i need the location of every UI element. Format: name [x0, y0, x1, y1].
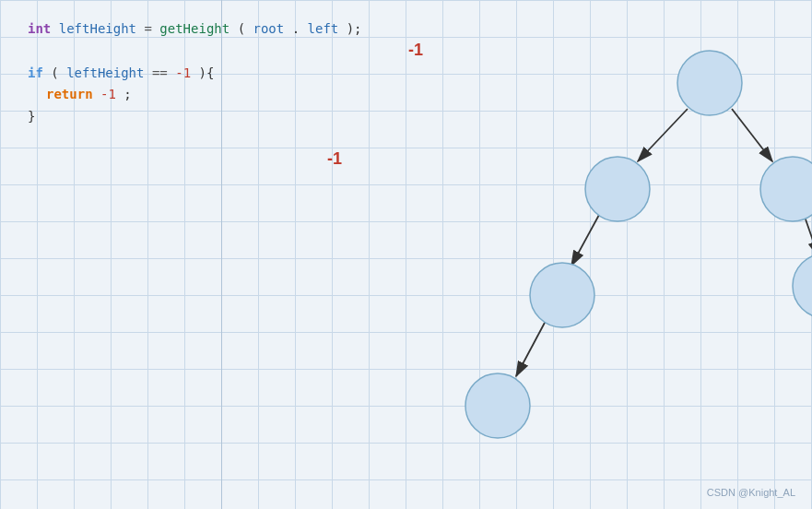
edge-right1-right2 [804, 214, 812, 256]
node-left2 [530, 263, 594, 327]
code-line-1: int leftHeight = getHeight ( root . left… [28, 18, 221, 41]
code-line-4: } [28, 106, 221, 128]
code-line-3: return -1 ; [28, 84, 221, 106]
keyword-return: return [46, 87, 93, 101]
node-left3 [465, 373, 530, 438]
var-leftHeight: leftHeight [59, 21, 136, 36]
keyword-if: if [28, 65, 43, 80]
edge-left2-left3 [516, 321, 546, 376]
node-right2 [793, 254, 812, 318]
tree-diagram [221, 0, 812, 509]
fn-getHeight: getHeight [159, 21, 229, 36]
edge-root-right [732, 109, 772, 161]
node-root [677, 51, 742, 115]
code-line-blank [28, 41, 221, 63]
node-left1 [585, 157, 650, 221]
edge-left1-left2 [571, 215, 599, 266]
label-left-value: -1 [327, 149, 342, 169]
keyword-int: int [28, 21, 51, 36]
edge-root-left [638, 109, 688, 161]
node-right1 [760, 157, 812, 221]
code-block: int leftHeight = getHeight ( root . left… [28, 18, 221, 128]
code-line-2: if ( leftHeight == -1 ){ [28, 63, 221, 85]
watermark: CSDN @Knight_AL [707, 487, 795, 498]
label-root-value: -1 [408, 41, 423, 60]
